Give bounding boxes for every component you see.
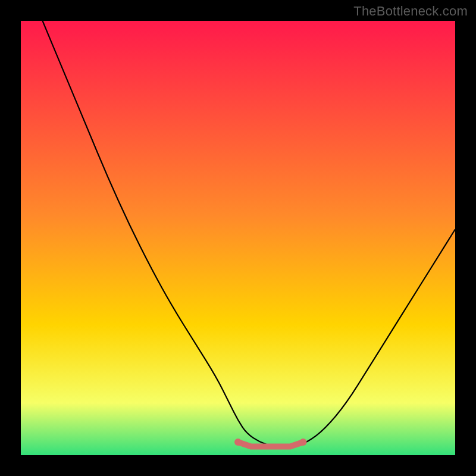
plot-svg	[21, 21, 455, 455]
optimal-range-endpoint	[234, 439, 242, 446]
watermark-text: TheBottleneck.com	[353, 4, 468, 19]
chart-frame: TheBottleneck.com	[0, 0, 476, 476]
plot-area	[21, 21, 455, 455]
gradient-background	[21, 21, 455, 455]
optimal-range-endpoint	[300, 439, 307, 446]
